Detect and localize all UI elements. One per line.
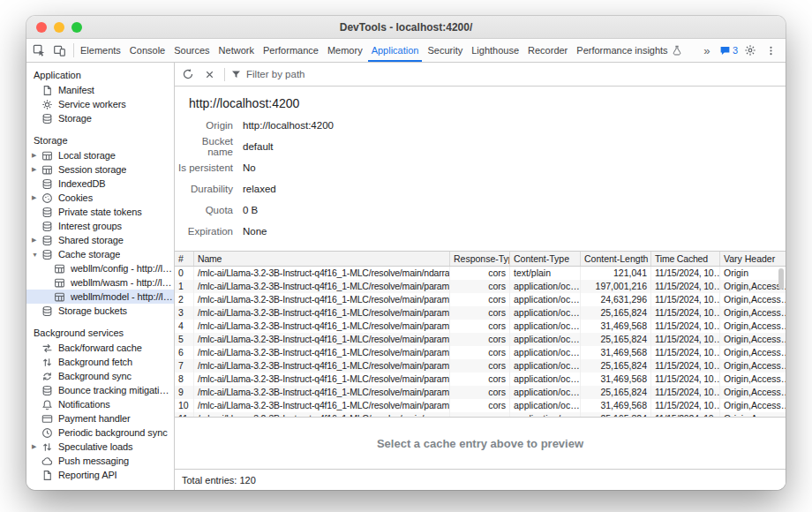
sidebar-item-local-storage[interactable]: ▶ Local storage xyxy=(26,148,174,162)
minimize-button[interactable] xyxy=(54,22,64,33)
column-header-index[interactable]: # xyxy=(175,252,194,266)
sidebar-item-cookies[interactable]: ▶ Cookies xyxy=(26,191,174,205)
table-row[interactable]: 2 /mlc-ai/Llama-3.2-3B-Instruct-q4f16_1-… xyxy=(175,293,786,306)
table-row[interactable]: 0 /mlc-ai/Llama-3.2-3B-Instruct-q4f16_1-… xyxy=(175,267,786,280)
document-icon xyxy=(41,85,53,96)
tab-security[interactable]: Security xyxy=(423,39,467,62)
sidebar-item-payment-handler[interactable]: Payment handler xyxy=(26,411,174,425)
table-body: 0 /mlc-ai/Llama-3.2-3B-Instruct-q4f16_1-… xyxy=(175,267,786,417)
chevron-right-icon[interactable]: ▶ xyxy=(32,194,41,201)
table-row[interactable]: 10 /mlc-ai/Llama-3.2-3B-Instruct-q4f16_1… xyxy=(175,399,786,412)
cell-time-cached: 11/15/2024, 10… xyxy=(651,412,720,417)
cell-time-cached: 11/15/2024, 10… xyxy=(651,306,720,320)
tab-network[interactable]: Network xyxy=(214,39,259,62)
chevron-right-icon[interactable]: ▶ xyxy=(32,237,41,244)
inspect-element-button[interactable] xyxy=(29,41,49,60)
sidebar-item-background-fetch[interactable]: Background fetch xyxy=(26,355,174,369)
tab-recorder[interactable]: Recorder xyxy=(523,39,572,62)
refresh-button[interactable] xyxy=(178,64,198,84)
sidebar-section-background-services: Background services Back/forward cache B… xyxy=(26,326,174,482)
sidebar-item-webllm-model[interactable]: webllm/model - http://loc… xyxy=(26,290,174,304)
tab-lighthouse[interactable]: Lighthouse xyxy=(467,39,523,62)
table-row[interactable]: 1 /mlc-ai/Llama-3.2-3B-Instruct-q4f16_1-… xyxy=(175,280,786,293)
sidebar-item-manifest[interactable]: Manifest xyxy=(26,83,174,97)
cell-content-length: 25,165,824 xyxy=(581,306,651,320)
tab-memory[interactable]: Memory xyxy=(323,39,367,62)
tab-application[interactable]: Application xyxy=(367,39,424,62)
window-titlebar[interactable]: DevTools - localhost:4200/ xyxy=(26,16,786,39)
section-title-application: Application xyxy=(26,68,174,83)
more-tabs-button[interactable]: » xyxy=(697,41,717,60)
table-row[interactable]: 11 /mlc-ai/Llama-3.2-3B-Instruct-q4f16_1… xyxy=(175,412,786,417)
sidebar-item-private-state-tokens[interactable]: Private state tokens xyxy=(26,205,174,219)
table-row[interactable]: 5 /mlc-ai/Llama-3.2-3B-Instruct-q4f16_1-… xyxy=(175,333,786,346)
close-button[interactable] xyxy=(36,22,47,33)
table-row[interactable]: 7 /mlc-ai/Llama-3.2-3B-Instruct-q4f16_1-… xyxy=(175,359,786,373)
sidebar-item-notifications[interactable]: Notifications xyxy=(26,397,174,411)
devtools-tabbar: Elements Console Sources Network Perform… xyxy=(26,39,786,63)
cell-vary-header: Origin,Access… xyxy=(720,333,786,346)
sidebar-item-push-messaging[interactable]: Push messaging xyxy=(26,454,174,468)
column-header-name[interactable]: Name xyxy=(194,252,450,266)
sidebar-item-shared-storage[interactable]: ▶ Shared storage xyxy=(26,233,174,247)
sidebar-item-storage[interactable]: Storage xyxy=(26,111,174,125)
cell-index: 7 xyxy=(175,359,194,373)
sidebar-item-back-forward-cache[interactable]: Back/forward cache xyxy=(26,341,174,355)
database-icon xyxy=(41,235,53,246)
table-row[interactable]: 6 /mlc-ai/Llama-3.2-3B-Instruct-q4f16_1-… xyxy=(175,346,786,359)
tab-performance-insights[interactable]: Performance insights xyxy=(572,39,686,62)
tab-elements[interactable]: Elements xyxy=(76,39,125,62)
sidebar-item-speculative-loads[interactable]: ▶ Speculative loads xyxy=(26,440,174,454)
sidebar-item-webllm-config[interactable]: webllm/config - http://loc… xyxy=(26,261,174,275)
sidebar-item-indexeddb[interactable]: IndexedDB xyxy=(26,177,174,191)
cell-content-length: 121,041 xyxy=(581,267,651,280)
column-header-content-type[interactable]: Content-Type xyxy=(510,252,581,266)
table-row[interactable]: 4 /mlc-ai/Llama-3.2-3B-Instruct-q4f16_1-… xyxy=(175,320,786,333)
delete-selected-button[interactable] xyxy=(199,64,219,84)
table-icon xyxy=(54,263,65,275)
table-row[interactable]: 3 /mlc-ai/Llama-3.2-3B-Instruct-q4f16_1-… xyxy=(175,306,786,320)
cell-name: /mlc-ai/Llama-3.2-3B-Instruct-q4f16_1-ML… xyxy=(194,333,450,346)
column-header-time-cached[interactable]: Time Cached xyxy=(651,252,720,266)
sidebar-item-webllm-wasm[interactable]: webllm/wasm - http://loca… xyxy=(26,275,174,290)
cell-content-length: 197,001,216 xyxy=(581,280,651,293)
sidebar-item-cache-storage[interactable]: ▼ Cache storage xyxy=(26,247,174,261)
up-down-arrows-icon xyxy=(41,441,53,453)
table-row[interactable]: 8 /mlc-ai/Llama-3.2-3B-Instruct-q4f16_1-… xyxy=(175,373,786,386)
table-row[interactable]: 9 /mlc-ai/Llama-3.2-3B-Instruct-q4f16_1-… xyxy=(175,386,786,399)
tab-console[interactable]: Console xyxy=(125,39,169,62)
cell-content-length: 31,469,568 xyxy=(581,346,651,359)
chevron-right-icon[interactable]: ▶ xyxy=(32,443,41,450)
column-header-response-type[interactable]: Response-Type xyxy=(450,252,510,266)
up-down-arrows-icon xyxy=(41,357,53,368)
sidebar-item-service-workers[interactable]: Service workers xyxy=(26,97,174,111)
sidebar-item-session-storage[interactable]: ▶ Session storage xyxy=(26,162,174,177)
tab-performance[interactable]: Performance xyxy=(259,39,323,62)
sidebar-item-periodic-background-sync[interactable]: Periodic background sync xyxy=(26,425,174,440)
settings-button[interactable] xyxy=(741,41,760,60)
more-options-button[interactable] xyxy=(761,41,780,60)
sidebar-item-reporting-api[interactable]: Reporting API xyxy=(26,468,174,482)
chevron-down-icon[interactable]: ▼ xyxy=(32,252,41,258)
cell-content-length: 31,469,568 xyxy=(581,320,651,333)
table-scrollbar-thumb[interactable] xyxy=(778,268,784,290)
column-header-content-length[interactable]: Content-Length xyxy=(581,252,651,266)
zoom-button[interactable] xyxy=(71,22,82,33)
sidebar-item-background-sync[interactable]: Background sync xyxy=(26,369,174,383)
chevron-right-icon[interactable]: ▶ xyxy=(32,152,41,159)
filter-funnel-icon xyxy=(230,69,242,80)
chevron-right-icon[interactable]: ▶ xyxy=(32,166,41,173)
issues-button[interactable]: 3 xyxy=(718,41,740,60)
sidebar-item-storage-buckets[interactable]: Storage buckets xyxy=(26,304,174,318)
filter-input[interactable] xyxy=(246,69,782,79)
device-toolbar-button[interactable] xyxy=(49,41,69,60)
cell-content-type: application/oc… xyxy=(510,386,581,399)
column-header-vary-header[interactable]: Vary Header xyxy=(720,252,786,266)
cell-time-cached: 11/15/2024, 10… xyxy=(651,373,720,386)
cell-name: /mlc-ai/Llama-3.2-3B-Instruct-q4f16_1-ML… xyxy=(194,412,450,417)
sidebar-item-bounce-tracking-mitigations[interactable]: Bounce tracking mitigations xyxy=(26,383,174,397)
tab-sources[interactable]: Sources xyxy=(169,39,214,62)
database-icon xyxy=(41,178,53,190)
card-icon xyxy=(41,413,53,425)
sidebar-item-interest-groups[interactable]: Interest groups xyxy=(26,219,174,233)
